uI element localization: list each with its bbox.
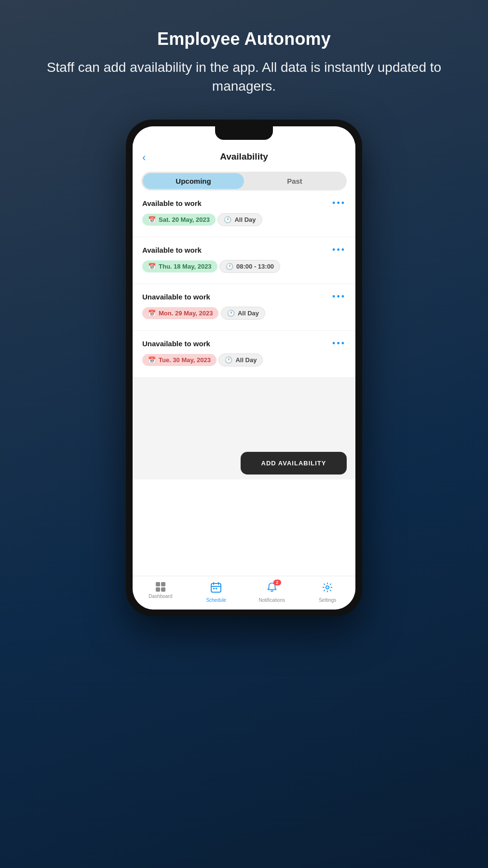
card-title-4: Unavailable to work (142, 339, 210, 348)
card-title-3: Unavailable to work (142, 293, 210, 301)
nav-item-notifications[interactable]: 2 Notifications (244, 580, 300, 605)
nav-label-dashboard: Dashboard (149, 594, 172, 599)
calendar-icon-3: 📅 (148, 310, 156, 317)
app-screen-title: Availability (220, 151, 268, 162)
empty-area (133, 378, 355, 445)
dashboard-icon (156, 582, 165, 592)
svg-point-6 (326, 586, 329, 589)
tab-past[interactable]: Past (244, 173, 345, 189)
date-badge-4: 📅 Tue. 30 May, 2023 (142, 354, 217, 366)
availability-card-3: Unavailable to work ••• 📅 Mon. 29 May, 2… (133, 284, 355, 331)
availability-card-4: Unavailable to work ••• 📅 Tue. 30 May, 2… (133, 331, 355, 378)
card-header-2: Available to work ••• (142, 245, 346, 255)
card-header-3: Unavailable to work ••• (142, 292, 346, 302)
svg-rect-5 (216, 588, 217, 589)
content-area: Available to work ••• 📅 Sat. 20 May, 202… (133, 190, 355, 576)
bottom-nav: Dashboard Schedule (133, 576, 355, 610)
notification-badge: 2 (273, 580, 281, 585)
time-badge-4: 🕐 All Day (218, 353, 263, 366)
add-availability-button[interactable]: ADD AVAILABILITY (241, 452, 347, 475)
nav-label-notifications: Notifications (259, 597, 285, 603)
phone-frame: ‹ Availability Upcoming Past Available t… (126, 120, 362, 616)
tabs-container: Upcoming Past (141, 172, 347, 190)
phone-screen: ‹ Availability Upcoming Past Available t… (133, 126, 355, 610)
time-badge-3: 🕐 All Day (221, 307, 265, 320)
date-badge-2: 📅 Thu. 18 May, 2023 (142, 260, 217, 272)
more-menu-2[interactable]: ••• (332, 245, 346, 255)
page-header: Employee Autonomy Staff can add availabi… (0, 0, 488, 115)
card-header-1: Available to work ••• (142, 198, 346, 208)
nav-item-schedule[interactable]: Schedule (189, 580, 244, 605)
calendar-icon-4: 📅 (148, 356, 156, 364)
more-menu-3[interactable]: ••• (332, 292, 346, 302)
nav-label-settings: Settings (319, 597, 336, 603)
calendar-icon-1: 📅 (148, 216, 156, 223)
card-title-2: Available to work (142, 246, 202, 254)
card-title-1: Available to work (142, 199, 202, 207)
date-badge-3: 📅 Mon. 29 May, 2023 (142, 307, 218, 319)
nav-label-schedule: Schedule (206, 597, 226, 603)
card-header-4: Unavailable to work ••• (142, 339, 346, 349)
more-menu-1[interactable]: ••• (332, 198, 346, 208)
clock-icon-3: 🕐 (227, 310, 235, 317)
availability-card-1: Available to work ••• 📅 Sat. 20 May, 202… (133, 190, 355, 237)
clock-icon-2: 🕐 (226, 263, 233, 270)
clock-icon-1: 🕐 (224, 216, 231, 223)
add-btn-container: ADD AVAILABILITY (133, 445, 355, 479)
svg-rect-4 (213, 588, 215, 589)
clock-icon-4: 🕐 (225, 356, 232, 364)
schedule-icon (211, 582, 221, 596)
bell-icon: 2 (267, 582, 277, 596)
phone-notch (215, 126, 273, 140)
date-badge-1: 📅 Sat. 20 May, 2023 (142, 214, 216, 226)
tab-upcoming[interactable]: Upcoming (143, 173, 244, 189)
time-badge-2: 🕐 08:00 - 13:00 (219, 260, 280, 273)
more-menu-4[interactable]: ••• (332, 339, 346, 349)
page-subtitle: Staff can add availability in the app. A… (39, 58, 449, 95)
nav-item-dashboard[interactable]: Dashboard (133, 580, 189, 605)
calendar-icon-2: 📅 (148, 263, 156, 270)
gear-icon (322, 582, 333, 596)
time-badge-1: 🕐 All Day (217, 213, 262, 226)
availability-card-2: Available to work ••• 📅 Thu. 18 May, 202… (133, 237, 355, 284)
back-button[interactable]: ‹ (142, 151, 146, 164)
nav-item-settings[interactable]: Settings (300, 580, 356, 605)
page-title: Employee Autonomy (39, 29, 449, 49)
